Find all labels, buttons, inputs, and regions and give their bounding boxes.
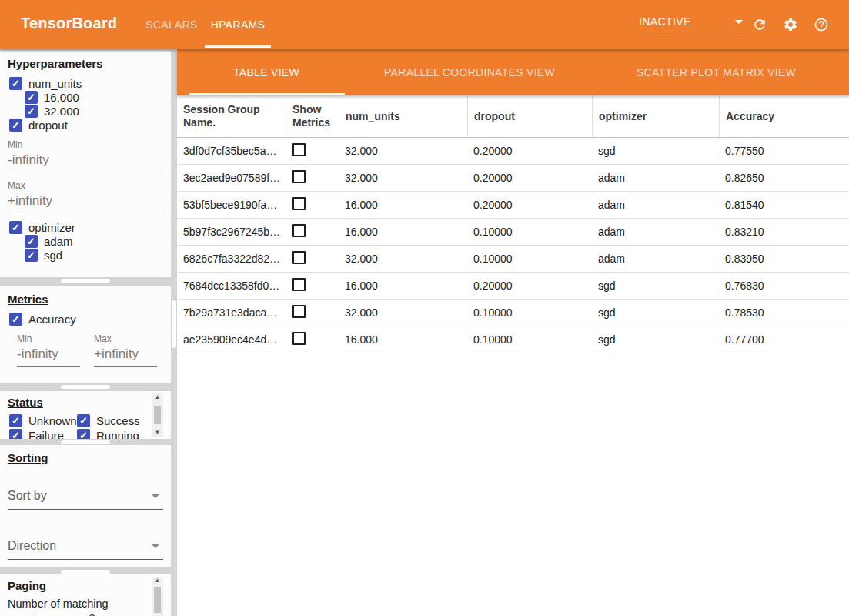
hparam-num-units-16[interactable]: 16.000	[25, 90, 163, 104]
num-units-cell: 16.000	[339, 280, 467, 292]
chevron-down-icon	[151, 494, 160, 498]
num-units-cell: 16.000	[339, 199, 467, 211]
tab-parallel-coordinates-view[interactable]: PARALLEL COORDINATES VIEW	[356, 49, 583, 95]
status-option[interactable]: Success	[77, 413, 151, 427]
status-option[interactable]: Running	[77, 428, 151, 439]
max-input[interactable]: +infinity	[94, 344, 157, 367]
optimizer-cell: adam	[592, 199, 719, 211]
min-input[interactable]: -infinity	[8, 150, 163, 172]
resize-handle[interactable]	[61, 385, 110, 389]
table-row: ae235909ec4e4d… 16.000 0.10000 sgd 0.777…	[177, 326, 849, 353]
scroll-up-icon[interactable]: ▲	[155, 578, 161, 584]
status-option[interactable]: Unknown	[9, 413, 75, 427]
checkbox-checked-icon[interactable]	[9, 313, 22, 326]
dropout-cell: 0.20000	[467, 280, 592, 292]
header-optimizer: optimizer	[592, 95, 719, 137]
session-group-name-cell: 6826c7fa3322d82…	[177, 253, 286, 265]
checkbox-checked-icon[interactable]	[9, 119, 22, 132]
run-status-value: INACTIVE	[639, 15, 691, 28]
min-input[interactable]: -infinity	[17, 344, 80, 367]
num-units-cell: 32.000	[339, 145, 467, 157]
hparam-num-units-32[interactable]: 32.000	[25, 104, 163, 118]
metric-accuracy[interactable]: Accuracy	[9, 312, 163, 326]
checkbox-checked-icon[interactable]	[9, 429, 22, 440]
sort-by-dropdown[interactable]: Sort by	[8, 487, 163, 510]
tab-scalars[interactable]: SCALARS	[139, 0, 205, 49]
checkbox-checked-icon[interactable]	[25, 249, 38, 262]
app-title: TensorBoard	[21, 15, 117, 32]
help-icon[interactable]	[814, 17, 829, 32]
hparam-value-label: 16.000	[44, 91, 79, 104]
metric-label: Accuracy	[28, 313, 76, 326]
hyperparameters-heading: Hyperparameters	[8, 57, 163, 70]
accuracy-cell: 0.82650	[719, 172, 849, 184]
show-metrics-checkbox[interactable]	[292, 170, 306, 183]
run-status-dropdown[interactable]: INACTIVE	[639, 15, 743, 35]
status-option[interactable]: Failure	[9, 428, 75, 439]
tensorboard-app: TensorBoard SCALARS HPARAMS INACTIVE Hyp…	[0, 0, 849, 616]
show-metrics-checkbox[interactable]	[292, 305, 306, 318]
metrics-heading: Metrics	[8, 293, 163, 306]
checkbox-checked-icon[interactable]	[25, 105, 38, 118]
hparam-optimizer-sgd[interactable]: sgd	[25, 248, 163, 262]
metric-min-field: Min -infinity	[17, 333, 80, 367]
tab-table-view[interactable]: TABLE VIEW	[177, 49, 356, 95]
status-card: Status Unknown Success Failure Running ▲…	[0, 391, 171, 439]
show-metrics-checkbox[interactable]	[292, 197, 306, 210]
session-group-name-cell: 7684dcc13358fd0…	[177, 280, 286, 292]
show-metrics-checkbox[interactable]	[292, 251, 306, 264]
scrollbar-thumb[interactable]	[154, 587, 161, 613]
hparam-num-units[interactable]: num_units	[9, 76, 163, 90]
checkbox-checked-icon[interactable]	[9, 221, 22, 234]
show-metrics-cell	[286, 305, 339, 320]
show-metrics-cell	[286, 143, 339, 159]
status-scrollbar[interactable]: ▲ ▼	[152, 393, 163, 437]
dashboard-tabs: SCALARS HPARAMS	[139, 0, 271, 49]
resize-handle[interactable]	[61, 440, 110, 444]
hparam-label: num_units	[28, 77, 82, 90]
max-label: Max	[94, 333, 157, 344]
show-metrics-checkbox[interactable]	[292, 332, 306, 345]
checkbox-checked-icon[interactable]	[25, 91, 38, 104]
checkbox-checked-icon[interactable]	[9, 414, 22, 427]
hparam-dropout[interactable]: dropout	[9, 118, 163, 132]
view-tabs: TABLE VIEW PARALLEL COORDINATES VIEW SCA…	[177, 49, 849, 95]
paging-scrollbar[interactable]: ▲	[152, 577, 163, 616]
scrollbar-thumb[interactable]	[154, 406, 161, 424]
show-metrics-cell	[286, 251, 339, 266]
optimizer-cell: adam	[592, 172, 719, 184]
sidebar-scrollbar-thumb[interactable]	[172, 300, 176, 348]
resize-handle[interactable]	[61, 570, 110, 574]
scroll-up-icon[interactable]: ▲	[155, 394, 161, 400]
header-num-units: num_units	[339, 95, 467, 137]
optimizer-cell: sgd	[592, 145, 719, 157]
gear-icon[interactable]	[783, 17, 798, 32]
accuracy-cell: 0.81540	[719, 199, 849, 211]
hparam-optimizer-adam[interactable]: adam	[25, 234, 163, 248]
tab-hparams[interactable]: HPARAMS	[205, 0, 271, 49]
show-metrics-checkbox[interactable]	[292, 224, 306, 237]
resize-handle[interactable]	[61, 279, 110, 283]
hparam-optimizer[interactable]: optimizer	[9, 220, 163, 234]
show-metrics-cell	[286, 224, 339, 239]
metrics-card: Metrics Accuracy Min -infinity Max +infi…	[0, 286, 171, 383]
checkbox-checked-icon[interactable]	[25, 235, 38, 248]
checkbox-checked-icon[interactable]	[9, 77, 22, 90]
scroll-down-icon[interactable]: ▼	[155, 430, 161, 436]
accuracy-cell: 0.77700	[719, 333, 849, 346]
checkbox-checked-icon[interactable]	[77, 414, 90, 427]
optimizer-cell: sgd	[592, 280, 719, 292]
num-units-cell: 32.000	[339, 306, 467, 319]
table-row: 6826c7fa3322d82… 32.000 0.10000 adam 0.8…	[177, 246, 849, 273]
status-option-label: Running	[96, 429, 139, 440]
max-input[interactable]: +infinity	[8, 191, 163, 213]
tab-scatter-plot-matrix-view[interactable]: SCATTER PLOT MATRIX VIEW	[583, 49, 849, 95]
dropout-cell: 0.10000	[467, 226, 592, 238]
refresh-icon[interactable]	[752, 17, 767, 32]
status-option-label: Failure	[28, 429, 64, 440]
status-option-label: Success	[96, 414, 140, 427]
show-metrics-checkbox[interactable]	[292, 143, 306, 156]
direction-dropdown[interactable]: Direction	[8, 537, 163, 560]
checkbox-checked-icon[interactable]	[77, 429, 90, 440]
show-metrics-checkbox[interactable]	[292, 278, 306, 291]
